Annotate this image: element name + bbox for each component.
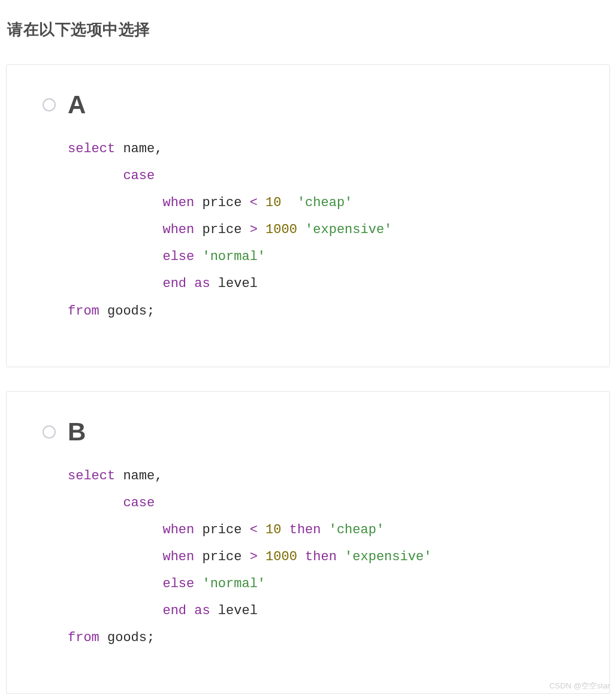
option-card-b[interactable]: B select name, case when price < 10 then… bbox=[6, 391, 610, 694]
watermark: CSDN @空空star bbox=[549, 681, 610, 691]
code-block-a: select name, case when price < 10 'cheap… bbox=[68, 135, 585, 325]
code-block-b: select name, case when price < 10 then '… bbox=[68, 463, 585, 652]
option-header-b: B bbox=[43, 419, 585, 445]
option-header-a: A bbox=[43, 92, 585, 117]
radio-a[interactable] bbox=[43, 98, 56, 111]
option-letter-a: A bbox=[68, 92, 86, 117]
radio-b[interactable] bbox=[43, 425, 56, 439]
option-letter-b: B bbox=[68, 419, 86, 445]
question-prompt: 请在以下选项中选择 bbox=[7, 19, 610, 40]
option-card-a[interactable]: A select name, case when price < 10 'che… bbox=[6, 64, 610, 367]
